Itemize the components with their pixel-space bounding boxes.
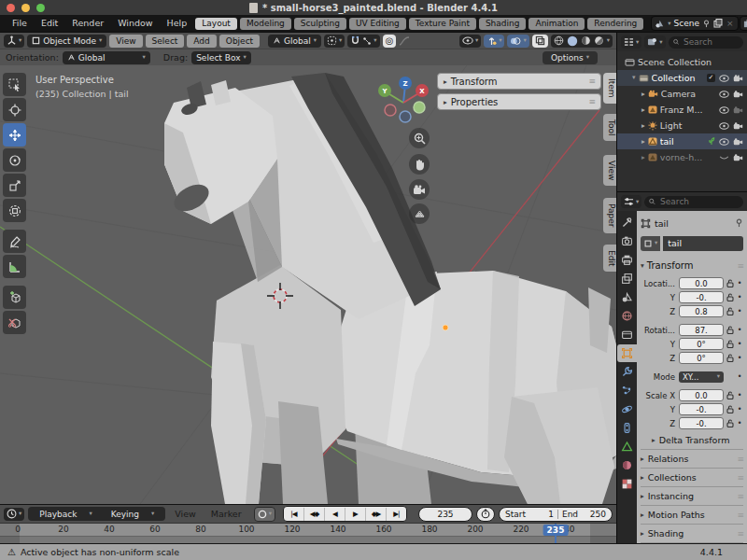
disable-render-toggle[interactable] <box>733 91 743 98</box>
outliner-row-scene-collection[interactable]: Scene Collection <box>617 54 747 70</box>
overlays-dropdown[interactable]: ▾ <box>507 35 529 48</box>
transform-orientation-selector[interactable]: Global ▾ <box>268 35 321 48</box>
timeline-ruler[interactable]: 0 20 40 60 80 100 120 140 160 180 200 22… <box>0 523 616 544</box>
scale-y-field[interactable]: -0. <box>679 403 724 415</box>
timeline-editor-type-button[interactable]: ▾ <box>4 508 24 521</box>
workspace-tab-shading[interactable]: Shading <box>479 18 527 30</box>
drag-dropdown[interactable]: Select Box ▾ <box>191 51 251 64</box>
orientation-dropdown[interactable]: Global ▾ <box>63 51 150 64</box>
proportional-editing-toggle[interactable]: ◎ <box>383 35 397 48</box>
rotation-z-field[interactable]: 0° <box>679 352 724 364</box>
menu-edit[interactable]: Edit <box>35 15 64 32</box>
tab-view-layer[interactable] <box>617 270 637 287</box>
options-dropdown[interactable]: Options ▾ <box>543 51 598 64</box>
sidebar-tab-paper[interactable]: Paper <box>603 198 616 233</box>
outliner-row-tail[interactable]: ▸ tail <box>617 133 747 149</box>
closed-eye-toggle[interactable] <box>719 154 729 161</box>
outliner-search-input[interactable] <box>682 36 739 48</box>
tab-particles[interactable] <box>617 382 637 399</box>
axis-z-negative-handle[interactable] <box>400 111 411 122</box>
play-reverse-button[interactable]: ◀ <box>325 508 345 521</box>
disable-render-toggle[interactable] <box>733 154 743 161</box>
breadcrumb-object-name[interactable]: tail <box>655 218 731 229</box>
section-relations[interactable]: ▸ Relations ≡ <box>641 449 743 468</box>
annotate-tool[interactable] <box>3 230 26 253</box>
tab-world[interactable] <box>617 307 637 325</box>
disable-render-toggle[interactable] <box>733 138 743 146</box>
properties-editor-type-button[interactable]: ▾ <box>621 195 641 208</box>
tab-constraints[interactable] <box>617 419 637 437</box>
menu-add[interactable]: Add <box>187 35 216 48</box>
animate-dot[interactable]: • <box>736 340 743 348</box>
animate-dot[interactable]: • <box>736 279 743 287</box>
stopwatch-button[interactable] <box>476 507 495 522</box>
pivot-point-button[interactable]: ▾ <box>324 35 345 48</box>
play-button[interactable]: ▶ <box>345 508 366 521</box>
animate-dot[interactable]: • <box>736 354 743 362</box>
animate-dot[interactable]: • <box>736 419 743 427</box>
menu-select[interactable]: Select <box>146 35 185 48</box>
sidebar-tab-view[interactable]: View <box>603 155 616 186</box>
transform-tool[interactable] <box>3 199 26 222</box>
animate-dot[interactable]: • <box>736 326 743 334</box>
outliner-row-franz[interactable]: ▸ Franz M... <box>617 102 747 118</box>
object-name-field[interactable]: tail <box>663 236 743 251</box>
lock-icon[interactable] <box>724 340 736 348</box>
delta-transform-section[interactable]: ▸ Delta Transform <box>641 431 743 449</box>
pan-view-button[interactable] <box>409 154 430 175</box>
material-preview-shading-icon[interactable] <box>581 35 591 46</box>
workspace-tab-layout[interactable]: Layout <box>195 18 237 30</box>
workspace-tab-texture-paint[interactable]: Texture Paint <box>409 18 476 30</box>
outliner-row-collection[interactable]: ▾ Collection ✓ <box>617 70 747 86</box>
disable-render-toggle[interactable] <box>733 122 743 130</box>
tab-scene[interactable] <box>617 288 637 306</box>
outliner-search[interactable] <box>669 36 743 49</box>
hide-eye-toggle[interactable] <box>719 91 729 98</box>
section-collections[interactable]: ▸ Collections ≡ <box>641 468 743 486</box>
sidebar-tab-tool[interactable]: Tool <box>603 114 616 141</box>
end-frame-field[interactable]: 250 <box>582 510 606 519</box>
move-tool[interactable] <box>3 123 26 147</box>
auto-keying-toggle[interactable]: ▾ <box>254 507 275 522</box>
outliner-row-camera[interactable]: ▸ Camera <box>617 86 747 102</box>
scale-z-field[interactable]: -0. <box>679 417 724 429</box>
animate-dot[interactable]: • <box>736 391 743 399</box>
location-x-field[interactable]: 0.0 <box>679 277 724 289</box>
tab-modifiers[interactable] <box>617 363 637 381</box>
lock-icon[interactable] <box>724 279 736 287</box>
navigation-gizmo[interactable]: Z Y X <box>376 73 434 127</box>
location-y-field[interactable]: -0. <box>679 291 724 303</box>
lock-icon[interactable] <box>724 326 736 334</box>
workspace-tab-uv-editing[interactable]: UV Editing <box>349 18 406 30</box>
object-origin-point[interactable] <box>443 325 448 330</box>
previous-keyframe-button[interactable]: ◀◆ <box>304 508 325 521</box>
hide-eye-toggle[interactable] <box>719 75 729 82</box>
animate-dot[interactable]: • <box>736 307 743 315</box>
location-z-field[interactable]: 0.8 <box>679 305 724 317</box>
lock-icon[interactable] <box>724 293 736 301</box>
rotation-mode-dropdown[interactable]: XY... ▾ <box>679 371 724 383</box>
hide-eye-toggle[interactable] <box>719 138 729 146</box>
tab-collection[interactable] <box>617 326 637 343</box>
menu-object[interactable]: Object <box>219 35 260 48</box>
new-scene-icon[interactable] <box>713 19 723 28</box>
tab-texture[interactable] <box>617 475 637 493</box>
menu-help[interactable]: Help <box>161 15 194 32</box>
keying-menu[interactable]: Keying▾ <box>102 510 164 519</box>
properties-search[interactable] <box>644 196 743 208</box>
rotation-y-field[interactable]: 0° <box>679 338 724 350</box>
menu-view[interactable]: View <box>109 35 142 48</box>
solid-shading-icon[interactable] <box>567 35 578 47</box>
editor-type-button[interactable]: ▾ <box>4 35 24 48</box>
workspace-tab-sculpting[interactable]: Sculpting <box>294 18 346 30</box>
disable-render-toggle[interactable] <box>733 106 743 114</box>
properties-search-input[interactable] <box>658 196 739 207</box>
axis-x-negative-handle[interactable] <box>385 105 396 116</box>
view-layer-selector[interactable]: ▾ ViewLayer × <box>740 16 747 31</box>
workspace-tab-modeling[interactable]: Modeling <box>240 18 291 30</box>
lock-icon[interactable] <box>724 354 736 362</box>
rendered-shading-icon[interactable] <box>594 35 604 46</box>
unlink-scene-button[interactable]: × <box>726 19 735 28</box>
workspace-tab-animation[interactable]: Animation <box>529 18 585 30</box>
section-shading[interactable]: ▸ Shading ≡ <box>641 524 743 542</box>
